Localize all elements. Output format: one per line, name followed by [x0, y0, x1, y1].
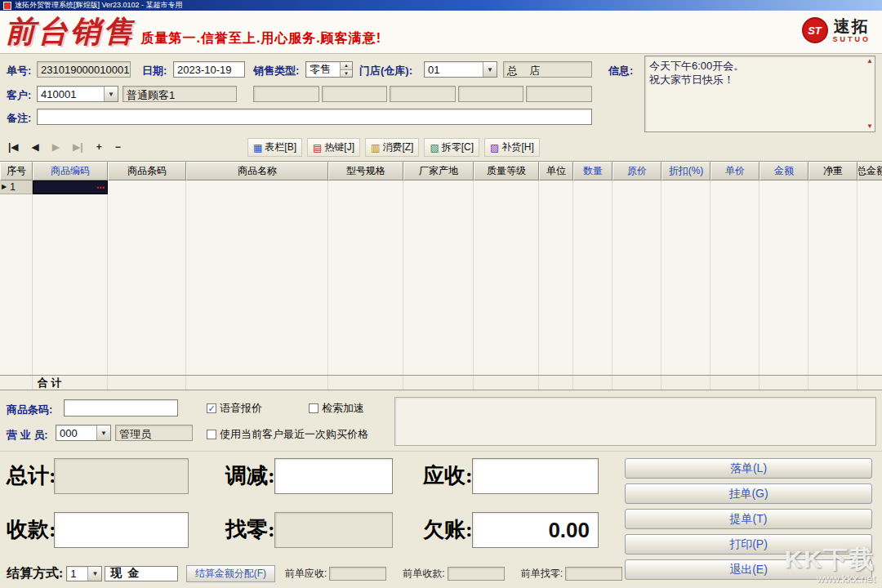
- checkbox-icon[interactable]: [207, 430, 216, 439]
- table-cell[interactable]: [573, 180, 612, 194]
- remark-input[interactable]: [37, 109, 592, 125]
- table-cell[interactable]: [662, 180, 710, 194]
- column-header[interactable]: 厂家产地: [403, 162, 474, 180]
- checkbox-speed[interactable]: 检索加速: [309, 401, 364, 416]
- column-header[interactable]: 商品条码: [108, 162, 186, 180]
- column-header[interactable]: 总金额: [858, 162, 882, 180]
- prev-field-value: [329, 567, 386, 581]
- print-button[interactable]: 打印(P): [625, 534, 872, 555]
- column-header[interactable]: 序号: [0, 162, 33, 180]
- table-cell[interactable]: [328, 180, 403, 194]
- toolbar-button-label: 表栏[B]: [265, 140, 296, 154]
- store-select[interactable]: 01 ▼: [424, 61, 497, 78]
- column-header[interactable]: 原价: [612, 162, 662, 180]
- column-header[interactable]: 商品名称: [186, 162, 328, 180]
- page-title: 前台销售: [5, 11, 136, 52]
- nav-first-button[interactable]: |◀: [8, 140, 19, 154]
- column-header[interactable]: 数量: [573, 162, 612, 180]
- spin-up-icon[interactable]: ▲: [341, 62, 352, 70]
- table-cell[interactable]: [403, 180, 474, 194]
- customer-select[interactable]: 410001 ▼: [37, 86, 118, 102]
- toolbar-button[interactable]: ▤热键[J]: [307, 138, 360, 157]
- pick-order-button[interactable]: 提单(T): [625, 509, 872, 529]
- barcode-input[interactable]: [64, 399, 178, 416]
- toolbar-button-group: ▦表栏[B]▤热键[J]▥消费[Z]▧拆零[C]▨补货[H]: [247, 138, 540, 157]
- nav-delete-button[interactable]: −: [115, 140, 121, 154]
- footer-cell: [186, 376, 328, 390]
- column-header[interactable]: 单位: [539, 162, 573, 180]
- table-column: [474, 180, 539, 376]
- footer-cell: [328, 376, 403, 390]
- scroll-up-icon[interactable]: ▲: [866, 58, 873, 65]
- toolbar-button[interactable]: ▨补货[H]: [484, 138, 540, 157]
- column-header[interactable]: 净重: [808, 162, 858, 180]
- nav-prev-button[interactable]: ◀: [32, 140, 39, 154]
- column-header[interactable]: 商品编码: [33, 162, 108, 180]
- footer-cell: [539, 376, 573, 390]
- table-cell[interactable]: [108, 180, 186, 194]
- table-cell[interactable]: [760, 180, 808, 194]
- nav-append-button[interactable]: +: [96, 140, 102, 154]
- table-cell[interactable]: [474, 180, 539, 194]
- column-header[interactable]: 型号规格: [328, 162, 403, 180]
- checkbox-icon[interactable]: ✓: [207, 403, 216, 413]
- table-cell[interactable]: [539, 180, 573, 194]
- receivable-input[interactable]: [472, 458, 599, 494]
- split-icon: ▧: [430, 143, 439, 153]
- chevron-down-icon[interactable]: ▼: [96, 425, 110, 440]
- footer-cell: [858, 376, 882, 390]
- table-column: [662, 180, 710, 376]
- window-title: 速拓外贸管理系统[辉煌版] Ver23.0102 - 某超市专用: [15, 0, 183, 11]
- brand-logo-icon: ST: [802, 17, 828, 43]
- settlement-method-select[interactable]: 1 ▼: [66, 566, 102, 581]
- row-seq: 1: [10, 181, 16, 193]
- spin-down-icon[interactable]: ▼: [341, 70, 352, 78]
- deduct-input[interactable]: [274, 458, 393, 494]
- debt-field: 0.00: [472, 512, 599, 548]
- checkbox-voice[interactable]: ✓ 语音报价: [207, 401, 262, 416]
- sale-type-spin-buttons[interactable]: ▲▼: [340, 62, 352, 77]
- table-footer: 合 计: [0, 375, 882, 390]
- table-cell[interactable]: [808, 180, 858, 194]
- sale-type-spinner[interactable]: 零售 ▲▼: [305, 61, 353, 78]
- nav-last-button[interactable]: ▶|: [73, 140, 83, 154]
- received-input[interactable]: [54, 512, 189, 548]
- chevron-down-icon[interactable]: ▼: [87, 567, 101, 581]
- customer-name-field: 普通顾客1: [122, 86, 237, 102]
- clerk-select[interactable]: 000 ▼: [56, 425, 111, 441]
- allocate-amount-button[interactable]: 结算金额分配(F): [186, 565, 275, 582]
- info-line-2: 祝大家节日快乐！: [649, 73, 866, 87]
- order-no-label: 单号:: [7, 64, 31, 78]
- total-label: 总计:: [7, 461, 56, 490]
- grid-icon: ▦: [253, 143, 262, 153]
- nav-next-button[interactable]: ▶: [52, 140, 60, 154]
- hold-order-button[interactable]: 挂单(G): [625, 483, 872, 504]
- checkbox-icon[interactable]: [309, 403, 318, 413]
- hotkey-icon: ▤: [313, 143, 322, 153]
- column-header[interactable]: 折扣(%): [662, 162, 710, 180]
- column-header[interactable]: 质量等级: [474, 162, 539, 180]
- prev-order-fields: 前单应收:前单收款:前单找零:: [285, 567, 622, 581]
- checkbox-last-price[interactable]: 使用当前客户最近一次购买价格: [207, 427, 368, 442]
- exit-button[interactable]: 退出(E): [625, 559, 872, 580]
- column-header[interactable]: 单价: [710, 162, 760, 180]
- toolbar-button[interactable]: ▧拆零[C]: [424, 138, 479, 157]
- table-cell[interactable]: [858, 180, 882, 194]
- deduct-label: 调减:: [225, 461, 275, 490]
- toolbar-button[interactable]: ▦表栏[B]: [247, 138, 302, 157]
- entry-strip: 商品条码: ✓ 语音报价 检索加速 营 业 员: 000 ▼ 管理员 使用当前客…: [0, 395, 882, 451]
- chevron-down-icon[interactable]: ▼: [483, 62, 497, 77]
- table-cell[interactable]: [612, 180, 662, 194]
- date-field[interactable]: [173, 61, 245, 78]
- table-cell[interactable]: ▶1: [0, 180, 33, 194]
- table-cell[interactable]: ⋯: [33, 180, 108, 194]
- drop-order-button[interactable]: 落单(L): [625, 458, 872, 479]
- info-box[interactable]: 今天下午6:00开会。 祝大家节日快乐！ ▲ ▼: [644, 56, 875, 132]
- store-label: 门店(仓库):: [359, 64, 412, 78]
- table-cell[interactable]: [186, 180, 328, 194]
- table-cell[interactable]: [710, 180, 760, 194]
- column-header[interactable]: 金额: [760, 162, 808, 180]
- toolbar-button[interactable]: ▥消费[Z]: [365, 138, 419, 157]
- chevron-down-icon[interactable]: ▼: [104, 87, 118, 101]
- scroll-down-icon[interactable]: ▼: [866, 123, 873, 130]
